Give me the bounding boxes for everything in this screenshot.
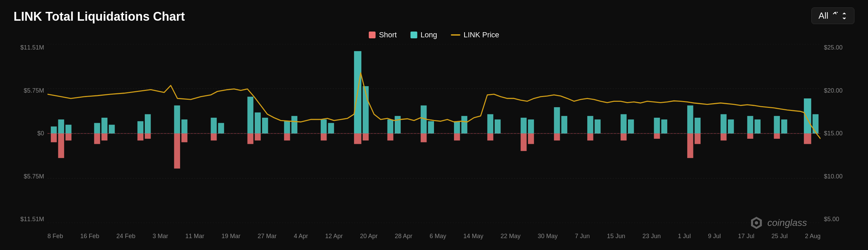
x-label-7: 4 Apr — [294, 233, 308, 240]
x-label-10: 28 Apr — [395, 233, 412, 240]
svg-rect-32 — [461, 116, 468, 134]
svg-rect-43 — [654, 118, 660, 134]
svg-rect-14 — [174, 105, 180, 134]
svg-rect-80 — [654, 134, 660, 139]
sort-icon — [841, 12, 847, 20]
svg-rect-30 — [428, 121, 434, 133]
svg-rect-8 — [65, 125, 72, 134]
svg-rect-22 — [291, 116, 297, 134]
short-color-dot — [369, 32, 376, 38]
svg-rect-38 — [561, 116, 567, 134]
legend-price-label: LINK Price — [463, 31, 499, 39]
x-label-21: 25 Jul — [771, 233, 788, 240]
long-color-dot — [410, 32, 417, 38]
svg-rect-55 — [51, 134, 57, 142]
x-label-5: 19 Mar — [221, 233, 240, 240]
svg-rect-84 — [747, 134, 753, 139]
svg-rect-69 — [354, 134, 361, 144]
y-left-2: $0 — [37, 130, 44, 137]
x-label-12: 14 May — [463, 233, 484, 240]
legend-long: Long — [410, 31, 437, 39]
svg-rect-11 — [109, 125, 115, 134]
svg-rect-53 — [804, 98, 811, 133]
svg-rect-46 — [695, 118, 701, 134]
svg-rect-20 — [262, 118, 268, 134]
x-label-0: 8 Feb — [47, 233, 63, 240]
svg-rect-64 — [211, 134, 217, 141]
legend-price: LINK Price — [451, 31, 499, 39]
svg-rect-67 — [284, 134, 290, 141]
svg-rect-10 — [101, 118, 107, 134]
plot-area — [47, 44, 821, 223]
legend-short: Short — [369, 31, 397, 39]
svg-rect-60 — [137, 134, 143, 141]
svg-rect-9 — [94, 123, 100, 134]
svg-rect-40 — [595, 119, 601, 133]
svg-rect-19 — [255, 113, 261, 134]
svg-rect-48 — [728, 119, 734, 133]
x-label-2: 24 Feb — [116, 233, 135, 240]
svg-rect-28 — [395, 116, 401, 134]
y-left-3: $5.75M — [24, 173, 44, 180]
svg-rect-42 — [628, 119, 634, 133]
timeframe-dropdown[interactable]: All ⌃̈ — [811, 7, 854, 24]
y-right-3: $10.00 — [824, 173, 843, 180]
svg-rect-51 — [774, 116, 780, 134]
svg-point-89 — [755, 221, 758, 225]
x-label-14: 30 May — [538, 233, 558, 240]
svg-rect-45 — [687, 105, 693, 134]
svg-rect-33 — [487, 114, 493, 134]
svg-rect-73 — [454, 134, 460, 141]
x-label-22: 2 Aug — [805, 233, 821, 240]
y-right-4: $5.00 — [824, 216, 839, 223]
y-left-0: $11.51M — [20, 44, 44, 51]
svg-rect-71 — [387, 134, 393, 141]
x-label-18: 1 Jul — [678, 233, 691, 240]
svg-rect-75 — [521, 134, 527, 151]
svg-rect-85 — [774, 134, 780, 139]
svg-rect-82 — [695, 134, 701, 144]
svg-rect-31 — [454, 121, 460, 133]
chevron-icon: ⌃̈ — [831, 11, 839, 21]
x-label-11: 6 May — [430, 233, 446, 240]
svg-rect-59 — [101, 134, 107, 141]
coinglass-text: coinglass — [767, 217, 807, 228]
svg-rect-78 — [587, 134, 593, 141]
svg-rect-27 — [387, 119, 393, 133]
svg-rect-66 — [255, 134, 261, 141]
svg-rect-13 — [145, 114, 151, 134]
x-label-9: 20 Apr — [360, 233, 378, 240]
x-label-3: 3 Mar — [153, 233, 168, 240]
svg-rect-62 — [174, 134, 180, 169]
svg-rect-7 — [58, 119, 64, 133]
svg-rect-56 — [58, 134, 64, 158]
svg-rect-63 — [181, 134, 188, 142]
x-label-20: 17 Jul — [738, 233, 754, 240]
y-left-4: $11.51M — [20, 216, 44, 223]
svg-rect-86 — [804, 134, 811, 144]
svg-rect-35 — [521, 118, 527, 134]
svg-rect-18 — [248, 97, 254, 134]
chart-legend: Short Long LINK Price — [369, 31, 499, 39]
x-label-16: 15 Jun — [607, 233, 625, 240]
svg-rect-23 — [321, 119, 327, 133]
x-label-8: 12 Apr — [325, 233, 343, 240]
svg-rect-77 — [554, 134, 560, 141]
svg-rect-49 — [747, 116, 753, 134]
x-label-13: 22 May — [500, 233, 520, 240]
svg-rect-17 — [218, 123, 224, 134]
legend-long-label: Long — [420, 31, 437, 39]
svg-rect-54 — [812, 114, 818, 134]
svg-rect-83 — [721, 134, 727, 141]
svg-rect-58 — [94, 134, 100, 144]
x-label-19: 9 Jul — [708, 233, 721, 240]
chart-title: LINK Total Liquidations Chart — [14, 9, 185, 24]
svg-rect-6 — [51, 127, 57, 134]
svg-rect-65 — [248, 134, 254, 144]
svg-rect-21 — [284, 121, 290, 133]
y-axis-left: $11.51M $5.75M $0 $5.75M $11.51M — [14, 44, 47, 223]
svg-rect-16 — [211, 118, 217, 134]
price-color-dot — [451, 34, 460, 36]
svg-rect-57 — [65, 134, 72, 141]
svg-rect-47 — [721, 114, 727, 134]
